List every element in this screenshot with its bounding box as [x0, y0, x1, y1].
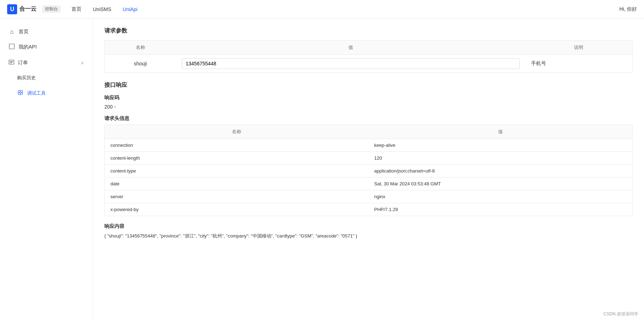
logo-text: 合一云: [19, 5, 36, 13]
user-greeting: Hi, 你好: [619, 6, 637, 12]
table-row: connectionkeep-alive: [105, 139, 633, 152]
header-value-cell: nginx: [368, 190, 633, 203]
response-code-label: 响应码: [104, 95, 633, 101]
main-layout: ⌂ 首页 我的API 订单: [0, 19, 644, 320]
response-body-label: 响应内容: [104, 223, 633, 230]
table-row: content-typeapplication/json;charset=utf…: [105, 165, 633, 178]
param-value-cell: [176, 55, 525, 73]
response-body-content: { "shouji": "13456755448", "province": "…: [104, 232, 633, 240]
chevron-up-icon: ∧: [81, 60, 84, 65]
param-col-name: 名称: [105, 41, 176, 55]
response-section: 接口响应 响应码 200 - 请求头信息 名称 值 connectionkeep…: [104, 81, 633, 240]
header-name-cell: server: [105, 190, 369, 203]
table-row: dateSat, 30 Mar 2024 03:53:48 GMT: [105, 178, 633, 190]
orders-icon: [9, 59, 14, 66]
param-name-cell: shouji: [105, 55, 176, 73]
table-row: shouji 手机号: [105, 55, 633, 73]
sidebar-item-myapi[interactable]: 我的API: [0, 39, 93, 55]
api-icon: [9, 44, 15, 51]
home-icon: ⌂: [9, 29, 15, 35]
control-badge[interactable]: 控制台: [42, 5, 61, 13]
param-col-value: 值: [176, 41, 525, 55]
sidebar-item-home[interactable]: ⌂ 首页: [0, 24, 93, 39]
response-section-title: 接口响应: [104, 81, 633, 89]
sidebar-label-myapi: 我的API: [19, 44, 37, 50]
request-header-label: 请求头信息: [104, 115, 633, 122]
nav-home[interactable]: 首页: [71, 6, 81, 12]
sidebar-label-orders: 订单: [18, 60, 28, 66]
nav-unisms[interactable]: UniSMS: [93, 6, 111, 12]
sidebar-label-debug-tool: 调试工具: [27, 90, 46, 96]
top-navigation: U 合一云 控制台 首页 UniSMS UniApi Hi, 你好: [0, 0, 644, 19]
table-row: content-length120: [105, 152, 633, 165]
param-value-input[interactable]: [182, 58, 520, 69]
logo[interactable]: U 合一云: [7, 4, 36, 14]
svg-point-6: [20, 92, 21, 94]
sidebar-item-buy-history[interactable]: 购买历史: [0, 70, 93, 85]
response-code-value: 200 -: [104, 104, 633, 110]
header-value-cell: keep-alive: [368, 139, 633, 152]
request-params-title: 请求参数: [104, 27, 633, 35]
header-name-cell: x-powered-by: [105, 203, 369, 216]
watermark: CSDN @浙浙同学: [603, 311, 638, 317]
param-col-desc: 说明: [525, 41, 633, 55]
header-value-cell: PHP/7.1.29: [368, 203, 633, 216]
header-value-cell: 120: [368, 152, 633, 165]
svg-rect-0: [9, 44, 14, 49]
header-col-value: 值: [368, 125, 633, 139]
param-desc-cell: 手机号: [525, 55, 633, 73]
header-name-cell: date: [105, 178, 369, 190]
header-value-cell: Sat, 30 Mar 2024 03:53:48 GMT: [368, 178, 633, 190]
table-row: servernginx: [105, 190, 633, 203]
sidebar-label-home: 首页: [19, 29, 29, 35]
nav-uniapi[interactable]: UniApi: [123, 6, 137, 12]
header-name-cell: connection: [105, 139, 369, 152]
debug-icon: [17, 90, 24, 97]
main-content: 请求参数 名称 值 说明 shouji 手机号: [93, 19, 644, 320]
nav-links: 首页 UniSMS UniApi: [71, 6, 138, 12]
header-value-cell: application/json;charset=utf-8: [368, 165, 633, 178]
logo-icon: U: [7, 4, 17, 14]
table-row: x-powered-byPHP/7.1.29: [105, 203, 633, 216]
request-params-section: 请求参数 名称 值 说明 shouji 手机号: [104, 27, 633, 73]
sidebar: ⌂ 首页 我的API 订单: [0, 19, 93, 320]
header-table: 名称 值 connectionkeep-alivecontent-length1…: [104, 125, 633, 216]
header-col-name: 名称: [105, 125, 369, 139]
sidebar-item-debug-tool[interactable]: 调试工具: [0, 85, 93, 101]
param-table: 名称 值 说明 shouji 手机号: [104, 40, 633, 73]
sidebar-orders-expand[interactable]: 订单 ∧: [0, 55, 93, 70]
header-name-cell: content-length: [105, 152, 369, 165]
sidebar-label-buy-history: 购买历史: [17, 75, 36, 81]
header-name-cell: content-type: [105, 165, 369, 178]
